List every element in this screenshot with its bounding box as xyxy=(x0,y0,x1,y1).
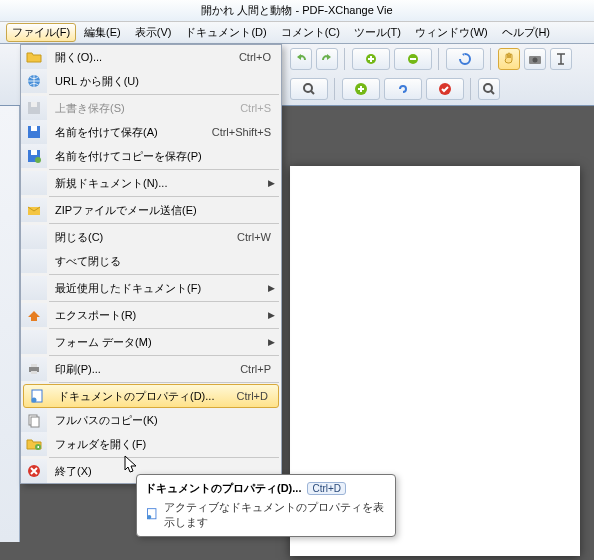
menu-separator xyxy=(49,223,279,224)
tb-zoomin[interactable] xyxy=(352,48,390,70)
menu-help[interactable]: ヘルプ(H) xyxy=(496,23,556,42)
save-icon xyxy=(26,100,42,116)
plus-circle-icon xyxy=(353,81,369,97)
menu-comment[interactable]: コメント(C) xyxy=(275,23,346,42)
tb-separator xyxy=(470,78,472,100)
tb-separator xyxy=(334,78,336,100)
plus-icon xyxy=(363,51,379,67)
tb-search[interactable] xyxy=(478,78,500,100)
properties-icon xyxy=(29,388,45,404)
tooltip-shortcut: Ctrl+D xyxy=(307,482,346,495)
tb-rotate[interactable] xyxy=(446,48,484,70)
menu-window[interactable]: ウィンドウ(W) xyxy=(409,23,494,42)
tb-undo[interactable] xyxy=(290,48,312,70)
svg-point-15 xyxy=(35,157,41,163)
chevron-right-icon: ▶ xyxy=(268,337,275,347)
chevron-right-icon: ▶ xyxy=(268,310,275,320)
chevron-right-icon: ▶ xyxy=(268,178,275,188)
menu-tool[interactable]: ツール(T) xyxy=(348,23,407,42)
menu-separator xyxy=(49,196,279,197)
menu-close[interactable]: 閉じる(C) Ctrl+W xyxy=(21,225,281,249)
rotate-icon xyxy=(457,51,473,67)
menu-open[interactable]: 開く(O)... Ctrl+O xyxy=(21,45,281,69)
folder-go-icon xyxy=(26,436,42,452)
tb-select[interactable] xyxy=(550,48,572,70)
folder-open-icon xyxy=(26,49,42,65)
menu-open-url[interactable]: URL から開く(U) xyxy=(21,69,281,93)
menu-edit[interactable]: 編集(E) xyxy=(78,23,127,42)
copy-path-icon xyxy=(26,412,42,428)
menu-separator xyxy=(49,301,279,302)
text-select-icon xyxy=(553,51,569,67)
properties-icon xyxy=(145,507,158,523)
svg-point-7 xyxy=(484,84,492,92)
menu-separator xyxy=(49,94,279,95)
search-icon xyxy=(481,81,497,97)
tb-link[interactable] xyxy=(384,78,422,100)
menu-form-data[interactable]: フォーム データ(M) ▶ xyxy=(21,330,281,354)
redo-icon xyxy=(319,51,335,67)
tb-separator xyxy=(490,48,492,70)
tb-redo[interactable] xyxy=(316,48,338,70)
menu-file[interactable]: ファイル(F) xyxy=(6,23,76,42)
minus-icon xyxy=(405,51,421,67)
svg-point-27 xyxy=(147,515,151,519)
tb-separator xyxy=(438,48,440,70)
menu-new-doc[interactable]: 新規ドキュメント(N)... ▶ xyxy=(21,171,281,195)
menu-view[interactable]: 表示(V) xyxy=(129,23,178,42)
tooltip: ドキュメントのプロパティ(D)... Ctrl+D アクティブなドキュメントのプ… xyxy=(136,474,396,537)
window-title: 開かれ 人間と動物 - PDF-XChange Vie xyxy=(201,3,392,18)
menu-doc-properties[interactable]: ドキュメントのプロパティ(D)... Ctrl+D xyxy=(23,384,279,408)
zip-mail-icon xyxy=(26,202,42,218)
svg-rect-18 xyxy=(31,364,37,367)
undo-icon xyxy=(293,51,309,67)
thumbnails-pane-tab[interactable] xyxy=(0,106,20,542)
menu-separator xyxy=(49,382,279,383)
tb-security[interactable] xyxy=(426,78,464,100)
menu-separator xyxy=(49,328,279,329)
menu-separator xyxy=(49,355,279,356)
tb-zoomout[interactable] xyxy=(394,48,432,70)
printer-icon xyxy=(26,361,42,377)
exit-icon xyxy=(26,463,42,479)
menu-zip-mail[interactable]: ZIPファイルでメール送信(E) xyxy=(21,198,281,222)
menu-separator xyxy=(49,274,279,275)
menu-save-as[interactable]: 名前を付けて保存(A) Ctrl+Shift+S xyxy=(21,120,281,144)
title-bar: 開かれ 人間と動物 - PDF-XChange Vie xyxy=(0,0,594,22)
save-as-icon xyxy=(26,124,42,140)
camera-icon xyxy=(527,51,543,67)
link-icon xyxy=(395,81,411,97)
save-copy-icon xyxy=(26,148,42,164)
menu-save-copy[interactable]: 名前を付けてコピーを保存(P) xyxy=(21,144,281,168)
svg-rect-23 xyxy=(31,417,39,427)
menu-bar: ファイル(F) 編集(E) 表示(V) ドキュメント(D) コメント(C) ツー… xyxy=(0,22,594,44)
menu-copy-full-path[interactable]: フルパスのコピー(K) xyxy=(21,408,281,432)
tb-find[interactable] xyxy=(290,78,328,100)
tb-hand[interactable] xyxy=(498,48,520,70)
globe-icon xyxy=(26,73,42,89)
menu-close-all[interactable]: すべて閉じる xyxy=(21,249,281,273)
tooltip-desc: アクティブなドキュメントのプロパティを表示します xyxy=(164,500,387,530)
mouse-cursor-icon xyxy=(124,455,138,475)
menu-open-folder[interactable]: フォルダを開く(F) xyxy=(21,432,281,456)
export-icon xyxy=(26,307,42,323)
menu-separator xyxy=(49,169,279,170)
svg-rect-10 xyxy=(31,102,37,107)
svg-point-4 xyxy=(304,84,312,92)
tb-add[interactable] xyxy=(342,78,380,100)
menu-document[interactable]: ドキュメント(D) xyxy=(179,23,272,42)
chevron-right-icon: ▶ xyxy=(268,283,275,293)
tooltip-title: ドキュメントのプロパティ(D)... xyxy=(145,481,301,496)
menu-export[interactable]: エクスポート(R) ▶ xyxy=(21,303,281,327)
hand-icon xyxy=(501,51,517,67)
svg-point-21 xyxy=(32,398,37,403)
find-icon xyxy=(301,81,317,97)
shield-red-icon xyxy=(437,81,453,97)
tb-snapshot[interactable] xyxy=(524,48,546,70)
svg-rect-12 xyxy=(31,126,37,131)
svg-rect-19 xyxy=(31,371,37,374)
svg-rect-14 xyxy=(31,150,37,155)
menu-save-over: 上書き保存(S) Ctrl+S xyxy=(21,96,281,120)
menu-print[interactable]: 印刷(P)... Ctrl+P xyxy=(21,357,281,381)
menu-recent[interactable]: 最近使用したドキュメント(F) ▶ xyxy=(21,276,281,300)
